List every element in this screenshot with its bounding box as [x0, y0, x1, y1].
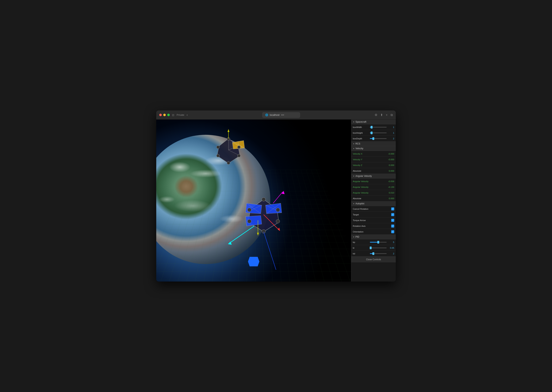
- rcs-section-header[interactable]: ▼ RCS: [351, 141, 396, 146]
- url-more-icon[interactable]: •••: [281, 113, 284, 117]
- back-button[interactable]: ‹: [187, 113, 188, 117]
- target-row: Target ✓: [351, 212, 396, 217]
- ang-vel-1-value: -0.058: [370, 180, 394, 182]
- ang-vel-3-value: 0.010: [370, 192, 394, 194]
- kp-row: kp 5: [351, 239, 396, 245]
- spacecraft-collapse-arrow: ▼: [353, 121, 355, 123]
- box-depth-slider[interactable]: [370, 138, 387, 139]
- tabs-icon[interactable]: ⧉: [391, 113, 393, 117]
- kp-value: 5: [387, 241, 394, 243]
- ki-thumb[interactable]: [370, 246, 372, 249]
- box-depth-thumb[interactable]: [372, 137, 374, 140]
- box-depth-track[interactable]: [370, 138, 387, 139]
- kp-slider[interactable]: [370, 242, 387, 243]
- titlebar-center: 🌐 localhost •••: [190, 112, 372, 118]
- close-controls-button[interactable]: Close Controls: [351, 256, 396, 262]
- box-height-slider[interactable]: [370, 133, 387, 133]
- kd-slider[interactable]: [370, 253, 387, 254]
- cancel-rotation-checkbox[interactable]: ✓: [391, 207, 394, 210]
- box-height-row: boxHeight 1: [351, 130, 396, 136]
- velocity-collapse-arrow: ▼: [353, 147, 355, 150]
- velocity-x-value: -0.000: [370, 153, 394, 155]
- velocity-x-label: Velocity X: [353, 153, 370, 155]
- box-width-thumb[interactable]: [371, 126, 373, 128]
- cancel-rotation-label: Cancel Rotation: [353, 208, 370, 210]
- box-width-slider[interactable]: [370, 127, 387, 127]
- velocity-abs-value: 0.000: [370, 170, 394, 172]
- box-height-track[interactable]: [370, 133, 387, 133]
- velocity-abs-row: Absolute 0.000: [351, 168, 396, 174]
- kp-track[interactable]: [370, 242, 387, 243]
- autopilot-collapse-arrow: ▼: [353, 203, 355, 205]
- ang-vel-3-row: Angular Velocity 0.010: [351, 190, 396, 196]
- maximize-button[interactable]: [167, 114, 170, 116]
- ki-value: 0.05: [387, 247, 394, 249]
- box-height-value: 1: [387, 132, 394, 134]
- ang-vel-1-row: Angular Velocity -0.058: [351, 179, 396, 184]
- 3d-viewport[interactable]: [156, 119, 351, 281]
- traffic-lights: [159, 114, 170, 116]
- box-height-thumb[interactable]: [371, 132, 373, 134]
- orientation-checkbox[interactable]: ✓: [391, 230, 394, 233]
- velocity-y-row: Velocity Y -0.000: [351, 157, 396, 162]
- box-width-track[interactable]: [370, 127, 387, 127]
- rcs-section-title: RCS: [356, 142, 360, 145]
- controls-panel: ▼ Spacecraft boxWidth 1 boxHeight: [351, 119, 396, 281]
- spacecraft-section-title: Spacecraft: [356, 120, 366, 123]
- titlebar-left: ⊡ Private ‹: [159, 113, 188, 117]
- pid-collapse-arrow: ▼: [353, 236, 355, 238]
- titlebar-right: ⚙ ⬆ + ⧉: [375, 113, 393, 117]
- rcs-collapse-arrow: ▼: [353, 143, 355, 145]
- ki-row: ki 0.05: [351, 245, 396, 251]
- autopilot-section-header[interactable]: ▼ Autopilot: [351, 201, 396, 206]
- velocity-abs-label: Absolute: [353, 170, 370, 172]
- pid-section-header[interactable]: ▼ PID: [351, 235, 396, 239]
- angular-velocity-section-header[interactable]: ▼ Angular Velocity: [351, 174, 396, 179]
- velocity-z-row: Velocity Z 0.000: [351, 162, 396, 168]
- spacecraft-section-header[interactable]: ▼ Spacecraft: [351, 119, 396, 124]
- rotation-axis-checkbox[interactable]: ✓: [391, 224, 394, 228]
- autopilot-section-title: Autopilot: [356, 202, 364, 205]
- target-checkbox[interactable]: ✓: [391, 213, 394, 216]
- box-depth-row: boxDepth 2: [351, 136, 396, 141]
- cancel-rotation-row: Cancel Rotation ✓: [351, 206, 396, 212]
- url-bar[interactable]: 🌐 localhost •••: [262, 112, 300, 118]
- box-depth-label: boxDepth: [353, 137, 370, 140]
- orientation-row: Orientation ✓: [351, 229, 396, 235]
- velocity-x-row: Velocity X -0.000: [351, 151, 396, 157]
- box-depth-value: 2: [387, 137, 394, 140]
- torque-arrow-control: Torque Arrow ✓: [353, 219, 394, 222]
- torque-arrow-checkbox[interactable]: ✓: [391, 219, 394, 222]
- ki-track[interactable]: [370, 247, 387, 248]
- minimize-button[interactable]: [163, 114, 166, 116]
- ang-vel-collapse-arrow: ▼: [353, 175, 355, 177]
- kp-thumb[interactable]: [377, 241, 379, 244]
- ang-vel-1-label: Angular Velocity: [353, 180, 370, 182]
- kd-thumb[interactable]: [372, 252, 374, 255]
- velocity-z-label: Velocity Z: [353, 164, 370, 166]
- ang-vel-abs-value: 0.000: [370, 197, 394, 200]
- box-width-value: 1: [387, 126, 394, 128]
- close-button[interactable]: [159, 114, 162, 116]
- ang-vel-2-value: -0.130: [370, 186, 394, 188]
- space-grid: [156, 170, 351, 281]
- box-height-label: boxHeight: [353, 132, 370, 134]
- kd-label: kd: [353, 252, 370, 255]
- sidebar-icon[interactable]: ⊡: [172, 113, 174, 117]
- kd-track[interactable]: [370, 253, 387, 254]
- rotation-axis-control: Rotation Axis ✓: [353, 224, 394, 228]
- globe-icon: 🌐: [265, 113, 268, 116]
- orientation-label: Orientation: [353, 231, 370, 233]
- titlebar: ⊡ Private ‹ 🌐 localhost ••• ⚙ ⬆ + ⧉: [156, 111, 396, 119]
- ang-vel-abs-row: Absolute 0.000: [351, 196, 396, 201]
- ki-slider[interactable]: [370, 247, 387, 248]
- url-text: localhost: [270, 113, 279, 116]
- velocity-section-header[interactable]: ▼ Velocity: [351, 146, 396, 151]
- velocity-section-title: Velocity: [356, 147, 363, 150]
- browser-window: ⊡ Private ‹ 🌐 localhost ••• ⚙ ⬆ + ⧉: [156, 111, 396, 281]
- add-tab-icon[interactable]: +: [386, 113, 388, 117]
- cancel-rotation-control: Cancel Rotation ✓: [353, 207, 394, 210]
- share-icon[interactable]: ⬆: [380, 113, 383, 117]
- settings-icon[interactable]: ⚙: [375, 113, 377, 117]
- velocity-y-value: -0.000: [370, 158, 394, 161]
